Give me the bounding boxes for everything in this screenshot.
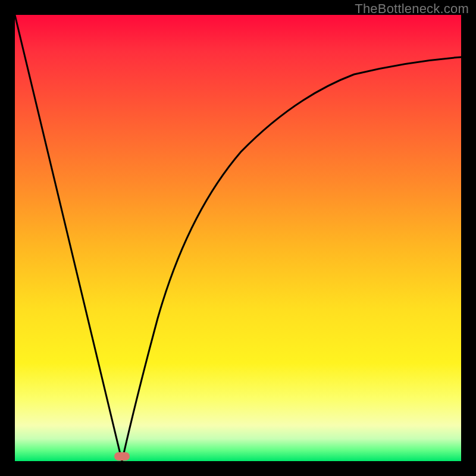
curve-right-branch [122,57,461,461]
gradient-plot-area [15,15,461,461]
bottleneck-curve [15,15,461,461]
bottleneck-marker [114,452,130,461]
curve-left-branch [15,15,122,461]
outer-frame: TheBottleneck.com [0,0,476,476]
watermark-text: TheBottleneck.com [355,1,469,17]
